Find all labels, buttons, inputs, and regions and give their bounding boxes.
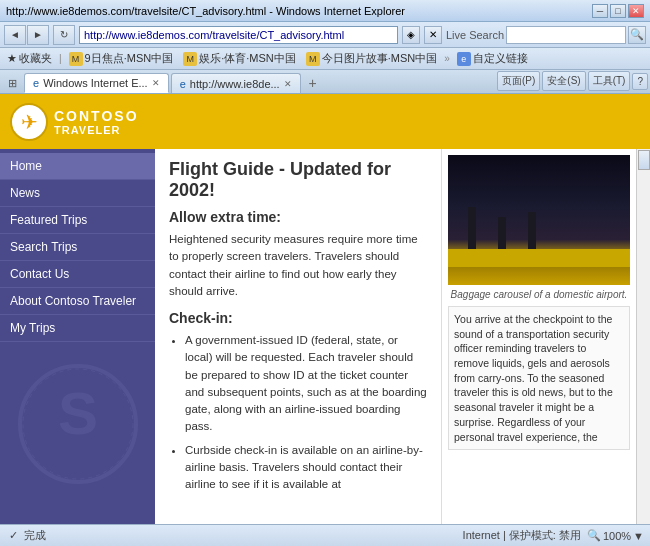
checkpoint-text-box: You arrive at the checkpoint to the soun… <box>448 306 630 450</box>
help-icon[interactable]: ? <box>632 73 648 90</box>
nav-search-trips[interactable]: Search Trips <box>0 234 155 261</box>
list-item-1: A government-issued ID (federal, state, … <box>185 332 427 436</box>
title-bar: http://www.ie8demos.com/travelsite/CT_ad… <box>0 0 650 22</box>
msn-icon-1: M <box>69 52 83 66</box>
tab-close-2[interactable]: ✕ <box>284 79 292 89</box>
ie-icon-1: e <box>33 77 39 89</box>
status-bar: ✓ 完成 Internet | 保护模式: 禁用 🔍 100% ▼ <box>0 524 650 546</box>
allow-extra-time-subtitle: Allow extra time: <box>169 209 427 225</box>
favorites-menu[interactable]: ★ 收藏夹 <box>4 50 55 67</box>
tab-label-2: http://www.ie8de... <box>190 78 280 90</box>
fav-item-msn2[interactable]: M 娱乐·体育·MSN中国 <box>180 50 299 67</box>
separator-2: » <box>444 53 450 64</box>
tab-bar: ⊞ e Windows Internet E... ✕ e http://www… <box>0 70 650 94</box>
logo-emblem: ✈ <box>10 103 48 141</box>
address-input[interactable] <box>79 26 398 44</box>
zone-text: Internet | 保护模式: 禁用 <box>463 528 581 543</box>
check-in-list: A government-issued ID (federal, state, … <box>185 332 427 493</box>
new-tab-button[interactable]: + <box>303 73 323 93</box>
site-body: Home News Featured Trips Search Trips Co… <box>0 149 650 524</box>
fav-item-custom[interactable]: e 自定义链接 <box>454 50 531 67</box>
site-logo: ✈ CONTOSO TRAVELER <box>10 103 139 141</box>
scrollbar-thumb[interactable] <box>638 150 650 170</box>
site-header: ✈ CONTOSO TRAVELER <box>0 94 650 149</box>
refresh-button[interactable]: ↻ <box>53 25 75 45</box>
site-nav: Home News Featured Trips Search Trips Co… <box>0 149 155 524</box>
fav-item-msn3[interactable]: M 今日图片故事·MSN中国 <box>303 50 441 67</box>
list-item-2: Curbside check-in is available on an air… <box>185 442 427 494</box>
status-left: ✓ 完成 <box>6 528 455 543</box>
fav-label-2: 娱乐·体育·MSN中国 <box>199 51 296 66</box>
window-controls[interactable]: ─ □ ✕ <box>592 4 644 18</box>
fav-label-1: 9日焦点·MSN中国 <box>85 51 174 66</box>
nav-watermark: S <box>0 324 155 524</box>
star-icon: ★ <box>7 52 17 65</box>
main-body-text: Heightened security measures require mor… <box>169 231 427 300</box>
logo-traveler: TRAVELER <box>54 124 139 136</box>
search-go-button[interactable]: 🔍 <box>628 26 646 44</box>
address-bar: ◄ ► ↻ ◈ ✕ Live Search 🔍 <box>0 22 650 48</box>
checkpoint-text: You arrive at the checkpoint to the soun… <box>454 312 624 444</box>
tab-quick-tab[interactable]: ⊞ <box>2 73 22 93</box>
live-search-area: Live Search 🔍 <box>446 26 646 44</box>
page-menu[interactable]: 页面(P) <box>497 71 540 91</box>
zoom-chevron: ▼ <box>633 530 644 542</box>
live-search-label: Live Search <box>446 29 504 41</box>
airport-image: Baggage Claim 13 <box>448 155 630 285</box>
check-in-title: Check-in: <box>169 310 427 326</box>
maximize-button[interactable]: □ <box>610 4 626 18</box>
carousel-belt <box>448 267 630 285</box>
tab-close-1[interactable]: ✕ <box>152 78 160 88</box>
browser-content: ✈ CONTOSO TRAVELER Home News Featured Tr… <box>0 94 650 524</box>
site-right: Baggage Claim 13 Baggage carousel of <box>441 149 636 524</box>
status-indicator: ✓ <box>6 529 20 543</box>
zoom-icon: 🔍 <box>587 529 601 542</box>
nav-buttons[interactable]: ◄ ► <box>4 25 49 45</box>
tab-label-1: Windows Internet E... <box>43 77 148 89</box>
status-right: Internet | 保护模式: 禁用 🔍 100% ▼ <box>463 528 644 543</box>
tab-windows-ie[interactable]: e Windows Internet E... ✕ <box>24 73 169 93</box>
airport-caption: Baggage carousel of a domestic airport. <box>448 289 630 300</box>
tab-ie8demos[interactable]: e http://www.ie8de... ✕ <box>171 73 301 93</box>
favorites-label: 收藏夹 <box>19 51 52 66</box>
minimize-button[interactable]: ─ <box>592 4 608 18</box>
plane-icon: ✈ <box>21 110 38 134</box>
website: ✈ CONTOSO TRAVELER Home News Featured Tr… <box>0 94 650 524</box>
logo-text: CONTOSO TRAVELER <box>54 108 139 136</box>
main-title: Flight Guide - Updated for 2002! <box>169 159 427 201</box>
scrollbar[interactable] <box>636 149 650 524</box>
svg-text:S: S <box>57 380 97 447</box>
nav-contact-us[interactable]: Contact Us <box>0 261 155 288</box>
forward-button[interactable]: ► <box>27 25 49 45</box>
fav-label-custom: 自定义链接 <box>473 51 528 66</box>
safety-menu[interactable]: 安全(S) <box>542 71 585 91</box>
nav-about[interactable]: About Contoso Traveler <box>0 288 155 315</box>
zoom-control[interactable]: 🔍 100% ▼ <box>587 529 644 542</box>
airport-floor <box>448 249 630 267</box>
tools-menu[interactable]: 工具(T) <box>588 71 631 91</box>
msn-icon-3: M <box>306 52 320 66</box>
close-button[interactable]: ✕ <box>628 4 644 18</box>
fav-label-3: 今日图片故事·MSN中国 <box>322 51 438 66</box>
search-input[interactable] <box>506 26 626 44</box>
site-main: Flight Guide - Updated for 2002! Allow e… <box>155 149 441 524</box>
content-area: Flight Guide - Updated for 2002! Allow e… <box>155 149 650 524</box>
favorites-bar: ★ 收藏夹 | M 9日焦点·MSN中国 M 娱乐·体育·MSN中国 M 今日图… <box>0 48 650 70</box>
nav-home[interactable]: Home <box>0 153 155 180</box>
tab-toolbar: 页面(P) 安全(S) 工具(T) ? <box>497 71 648 93</box>
custom-icon: e <box>457 52 471 66</box>
nav-news[interactable]: News <box>0 180 155 207</box>
stop-button[interactable]: ✕ <box>424 26 442 44</box>
back-button[interactable]: ◄ <box>4 25 26 45</box>
separator: | <box>59 53 62 64</box>
status-text: 完成 <box>24 528 46 543</box>
logo-contoso: CONTOSO <box>54 108 139 124</box>
zoom-level: 100% <box>603 530 631 542</box>
window-title: http://www.ie8demos.com/travelsite/CT_ad… <box>6 5 592 17</box>
nav-featured-trips[interactable]: Featured Trips <box>0 207 155 234</box>
rss-icon[interactable]: ◈ <box>402 26 420 44</box>
fav-item-msn1[interactable]: M 9日焦点·MSN中国 <box>66 50 177 67</box>
msn-icon-2: M <box>183 52 197 66</box>
ie-icon-2: e <box>180 78 186 90</box>
